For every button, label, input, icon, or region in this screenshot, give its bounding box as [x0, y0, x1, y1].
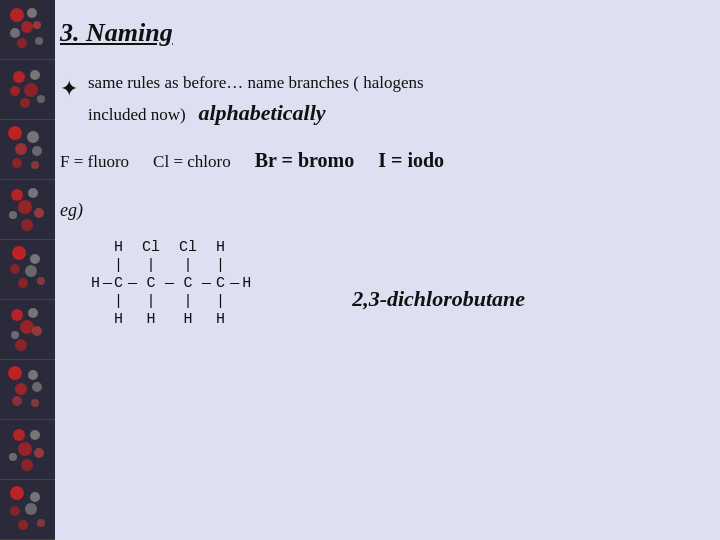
svg-point-11	[20, 98, 30, 108]
struct-vbar8: |	[215, 293, 226, 311]
svg-point-18	[31, 161, 39, 169]
halogen-chloro: Cl = chloro	[153, 152, 231, 172]
svg-point-45	[18, 442, 32, 456]
struct-vbar7: |	[178, 293, 198, 311]
svg-point-21	[18, 200, 32, 214]
structure-row: H Cl Cl H | | | |	[60, 239, 710, 329]
svg-point-31	[11, 309, 23, 321]
struct-cl-top1: Cl	[141, 239, 161, 257]
compound-name: 2,3-dichlorobutane	[352, 286, 525, 312]
struct-sep8	[161, 293, 178, 311]
svg-point-1	[27, 8, 37, 18]
svg-point-14	[27, 131, 39, 143]
struct-dash1: —	[124, 275, 141, 293]
svg-point-13	[8, 126, 22, 140]
struct-dash2: —	[161, 275, 178, 293]
svg-point-40	[32, 382, 42, 392]
struct-sep7	[124, 293, 141, 311]
bullet-symbol: ✦	[60, 72, 78, 105]
section-title: 3. Naming	[60, 18, 710, 48]
svg-point-36	[15, 339, 27, 351]
svg-point-35	[32, 326, 42, 336]
svg-point-3	[10, 28, 20, 38]
halogen-iodo: I = iodo	[378, 149, 444, 172]
svg-point-50	[30, 492, 40, 502]
svg-point-15	[15, 143, 27, 155]
svg-point-23	[34, 208, 44, 218]
struct-h-top2: H	[215, 239, 226, 257]
svg-point-33	[20, 320, 34, 334]
svg-point-37	[8, 366, 22, 380]
svg-point-32	[28, 308, 38, 318]
bullet-text-part1: same rules as before… name branches ( ha…	[88, 73, 424, 92]
struct-sep6	[198, 257, 215, 275]
svg-point-48	[21, 459, 33, 471]
main-content: 3. Naming ✦ same rules as before… name b…	[60, 18, 710, 530]
struct-sep11	[161, 311, 178, 329]
struct-empty-1	[90, 239, 113, 257]
molecule-cell-4	[0, 180, 55, 240]
svg-point-27	[10, 264, 20, 274]
molecule-cell-5	[0, 240, 55, 300]
svg-point-6	[35, 37, 43, 45]
struct-c4: C	[215, 275, 226, 293]
svg-point-39	[15, 383, 27, 395]
svg-point-43	[13, 429, 25, 441]
struct-sep3	[198, 239, 215, 257]
sidebar	[0, 0, 55, 540]
struct-pipe1	[90, 257, 113, 275]
svg-point-0	[10, 8, 24, 22]
molecule-cell-1	[0, 0, 55, 60]
svg-point-30	[37, 277, 45, 285]
struct-empty-7	[226, 311, 252, 329]
svg-point-19	[11, 189, 23, 201]
struct-vbar6: |	[141, 293, 161, 311]
svg-point-46	[9, 453, 17, 461]
svg-point-12	[37, 95, 45, 103]
struct-sep1	[124, 239, 141, 257]
svg-point-47	[34, 448, 44, 458]
svg-point-10	[24, 83, 38, 97]
struct-empty-3	[226, 257, 252, 275]
struct-sep2	[161, 239, 178, 257]
struct-h-bot1: H	[113, 311, 124, 329]
halogen-row: F = fluoro Cl = chloro Br = bromo I = io…	[60, 149, 710, 172]
chemical-structure: H Cl Cl H | | | |	[90, 239, 252, 329]
struct-vbar4: |	[215, 257, 226, 275]
struct-vbar5: |	[113, 293, 124, 311]
svg-point-8	[30, 70, 40, 80]
struct-dash3: —	[198, 275, 215, 293]
molecule-cell-9	[0, 480, 55, 540]
svg-point-54	[37, 519, 45, 527]
svg-point-7	[13, 71, 25, 83]
svg-point-2	[21, 21, 33, 33]
struct-h-bot3: H	[178, 311, 198, 329]
molecule-cell-8	[0, 420, 55, 480]
svg-point-28	[25, 265, 37, 277]
struct-sep9	[198, 293, 215, 311]
molecule-cell-6	[0, 300, 55, 360]
halogen-fluoro: F = fluoro	[60, 152, 129, 172]
svg-point-9	[10, 86, 20, 96]
svg-point-29	[18, 278, 28, 288]
svg-point-22	[9, 211, 17, 219]
struct-empty-5	[226, 293, 252, 311]
svg-point-26	[30, 254, 40, 264]
svg-point-41	[12, 396, 22, 406]
svg-point-17	[12, 158, 22, 168]
molecule-cell-7	[0, 360, 55, 420]
svg-point-5	[17, 38, 27, 48]
molecule-cell-2	[0, 60, 55, 120]
struct-h-right: — H	[226, 275, 252, 293]
svg-point-51	[10, 506, 20, 516]
bullet-row: ✦ same rules as before… name branches ( …	[60, 70, 710, 129]
svg-point-24	[21, 219, 33, 231]
struct-table: H Cl Cl H | | | |	[90, 239, 252, 329]
struct-c2: C	[141, 275, 161, 293]
svg-point-25	[12, 246, 26, 260]
bullet-text-part2: included now)	[88, 105, 186, 124]
svg-point-34	[11, 331, 19, 339]
struct-c3: C	[178, 275, 198, 293]
struct-h-top1: H	[113, 239, 124, 257]
struct-h-left: H —	[90, 275, 113, 293]
